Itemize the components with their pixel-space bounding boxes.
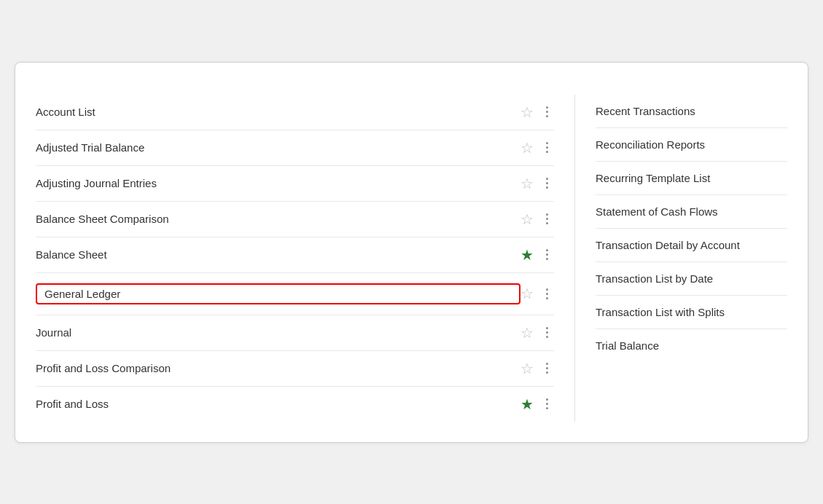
star-icon-adjusting-journal-entries[interactable]: ☆: [520, 176, 534, 191]
report-row-general-ledger[interactable]: General Ledger☆: [36, 273, 554, 315]
star-icon-profit-and-loss[interactable]: ★: [520, 397, 534, 412]
report-actions-account-list: ☆: [520, 105, 554, 119]
more-icon-adjusted-trial-balance[interactable]: [539, 141, 554, 155]
right-report-transaction-detail-by-account[interactable]: Transaction Detail by Account: [596, 229, 787, 262]
more-icon-balance-sheet[interactable]: [539, 248, 554, 262]
report-label-balance-sheet-comparison: Balance Sheet Comparison: [36, 213, 520, 225]
report-label-account-list: Account List: [36, 106, 520, 118]
right-report-transaction-list-with-splits[interactable]: Transaction List with Splits: [596, 296, 787, 329]
right-report-reconciliation-reports[interactable]: Reconciliation Reports: [596, 128, 787, 162]
right-column: Recent TransactionsReconciliation Report…: [575, 95, 787, 422]
report-row-account-list[interactable]: Account List☆: [36, 95, 554, 130]
right-report-trial-balance[interactable]: Trial Balance: [596, 329, 787, 362]
star-icon-journal[interactable]: ☆: [520, 326, 534, 340]
report-label-journal: Journal: [36, 326, 520, 339]
report-row-balance-sheet[interactable]: Balance Sheet★: [36, 237, 554, 273]
report-actions-general-ledger: ☆: [520, 286, 554, 301]
report-label-profit-and-loss-comparison: Profit and Loss Comparison: [36, 362, 520, 374]
report-actions-profit-and-loss: ★: [520, 397, 554, 412]
more-icon-journal[interactable]: [539, 326, 554, 340]
more-icon-adjusting-journal-entries[interactable]: [539, 176, 554, 191]
right-report-recurring-template-list[interactable]: Recurring Template List: [596, 162, 787, 195]
star-icon-balance-sheet-comparison[interactable]: ☆: [520, 212, 534, 227]
report-row-profit-and-loss[interactable]: Profit and Loss★: [36, 387, 554, 422]
report-row-adjusted-trial-balance[interactable]: Adjusted Trial Balance☆: [36, 130, 554, 166]
more-icon-account-list[interactable]: [539, 105, 554, 119]
report-actions-balance-sheet-comparison: ☆: [520, 212, 554, 227]
more-icon-balance-sheet-comparison[interactable]: [539, 212, 554, 227]
star-icon-account-list[interactable]: ☆: [520, 105, 534, 119]
report-actions-profit-and-loss-comparison: ☆: [520, 361, 554, 376]
report-row-balance-sheet-comparison[interactable]: Balance Sheet Comparison☆: [36, 202, 554, 237]
star-icon-balance-sheet[interactable]: ★: [520, 248, 534, 262]
report-actions-balance-sheet: ★: [520, 248, 554, 262]
right-report-transaction-list-by-date[interactable]: Transaction List by Date: [596, 262, 787, 296]
report-label-balance-sheet: Balance Sheet: [36, 248, 520, 261]
report-row-journal[interactable]: Journal☆: [36, 315, 554, 351]
more-icon-profit-and-loss-comparison[interactable]: [539, 361, 554, 376]
report-actions-journal: ☆: [520, 326, 554, 340]
star-icon-profit-and-loss-comparison[interactable]: ☆: [520, 361, 534, 376]
star-icon-general-ledger[interactable]: ☆: [520, 286, 534, 301]
right-report-statement-of-cash-flows[interactable]: Statement of Cash Flows: [596, 195, 787, 229]
content-area: Account List☆Adjusted Trial Balance☆Adju…: [36, 95, 787, 422]
report-actions-adjusting-journal-entries: ☆: [520, 176, 554, 191]
main-card: Account List☆Adjusted Trial Balance☆Adju…: [15, 62, 808, 443]
right-report-recent-transactions[interactable]: Recent Transactions: [596, 95, 787, 128]
report-actions-adjusted-trial-balance: ☆: [520, 141, 554, 155]
report-label-profit-and-loss: Profit and Loss: [36, 398, 520, 410]
report-label-adjusting-journal-entries: Adjusting Journal Entries: [36, 177, 520, 189]
more-icon-profit-and-loss[interactable]: [539, 397, 554, 412]
report-label-general-ledger: General Ledger: [36, 283, 520, 304]
more-icon-general-ledger[interactable]: [539, 286, 554, 301]
star-icon-adjusted-trial-balance[interactable]: ☆: [520, 141, 534, 155]
report-row-adjusting-journal-entries[interactable]: Adjusting Journal Entries☆: [36, 166, 554, 202]
report-label-adjusted-trial-balance: Adjusted Trial Balance: [36, 141, 520, 154]
report-row-profit-and-loss-comparison[interactable]: Profit and Loss Comparison☆: [36, 351, 554, 387]
left-column: Account List☆Adjusted Trial Balance☆Adju…: [36, 95, 575, 422]
